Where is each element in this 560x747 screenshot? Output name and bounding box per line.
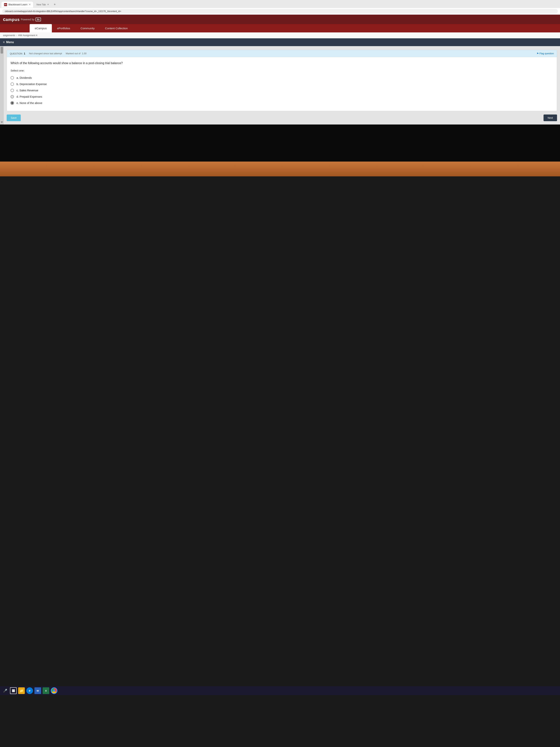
radio-d[interactable] (10, 95, 14, 98)
question-marks: Marked out of 1.00 (66, 52, 86, 55)
radio-e[interactable] (10, 101, 14, 105)
question-header: QUESTION 1 Not changed since last attemp… (7, 50, 557, 57)
nav-item-community[interactable]: Community (75, 24, 100, 32)
nav-item-ecampus[interactable]: eCampus (30, 24, 52, 32)
page-content: QUESTION 1 Not changed since last attemp… (4, 46, 560, 125)
chrome-icon-center (53, 690, 55, 692)
laptop-bezel (0, 161, 560, 176)
option-d[interactable]: d. Prepaid Expenses (10, 94, 553, 100)
hamburger-icon: ≡ (3, 41, 5, 44)
question-number-label: QUESTION 1 (10, 52, 25, 55)
nav-item-eportfolios[interactable]: ePortfolios (52, 24, 75, 32)
option-c-label: c. Sales Revenue (17, 89, 38, 92)
breadcrumb-current: HW Assignment 4 (18, 34, 37, 37)
menu-label: Menu (6, 41, 14, 44)
blackboard-header: campus Powered by Bb (0, 15, 560, 24)
save-button[interactable]: Save (7, 114, 21, 121)
add-tab-button[interactable]: + (52, 1, 57, 8)
tab-close-blackboard[interactable]: ✕ (29, 3, 31, 6)
taskbar-microphone[interactable]: 🎤 (2, 687, 8, 694)
tab-close-new[interactable]: ✕ (47, 3, 49, 6)
select-one-label: Select one: (10, 69, 553, 72)
scroll-thumb-top (1, 47, 3, 54)
breadcrumb: ssignments › HW Assignment 4 (0, 32, 560, 38)
option-e-label: e. None of the above (17, 101, 42, 104)
breadcrumb-parent[interactable]: ssignments (3, 34, 15, 37)
option-c[interactable]: c. Sales Revenue (10, 87, 553, 94)
main-navigation: eCampus ePortfolios Community Content Co… (0, 24, 560, 32)
menu-bar[interactable]: ≡ Menu (0, 38, 560, 46)
tab-label-blackboard: Blackboard Learn (8, 3, 27, 6)
taskbar-chrome[interactable] (51, 687, 57, 694)
flag-question-button[interactable]: ⚑ Flag question (537, 52, 554, 55)
question-text: Which of the following accounts would sh… (10, 61, 553, 66)
question-card: QUESTION 1 Not changed since last attemp… (7, 50, 557, 111)
content-wrapper: QUESTION 1 Not changed since last attemp… (0, 46, 560, 125)
bottom-bar: Save Next (7, 113, 557, 123)
bb-icon: Bb (35, 18, 41, 21)
dark-background-area (0, 125, 560, 161)
option-d-label: d. Prepaid Expenses (17, 95, 42, 98)
tab-bar: Bb Blackboard Learn ✕ New Tab ✕ + (0, 0, 560, 8)
taskbar-word[interactable]: W (34, 687, 41, 694)
url-input[interactable] (2, 9, 558, 14)
question-label: QUESTION (10, 52, 22, 55)
main-content: QUESTION 1 Not changed since last attemp… (4, 46, 560, 125)
address-bar (0, 8, 560, 15)
question-status: Not changed since last attempt (29, 52, 62, 55)
tab-new-tab[interactable]: New Tab ✕ (34, 2, 52, 7)
next-button[interactable]: Next (543, 114, 557, 121)
taskbar-window-view[interactable]: ⬜ (10, 687, 17, 694)
option-a[interactable]: a. Dividends (10, 75, 553, 81)
question-body: Which of the following accounts would sh… (7, 57, 557, 111)
logo-c: c (3, 17, 5, 22)
flag-icon: ⚑ (537, 52, 539, 55)
radio-b[interactable] (10, 82, 14, 86)
bb-logo: campus Powered by Bb (3, 17, 41, 22)
breadcrumb-separator: › (16, 34, 17, 37)
scroll-bar[interactable] (0, 46, 4, 125)
taskbar: 🎤 ⬜ 📁 e W X (0, 686, 560, 695)
radio-a[interactable] (10, 76, 14, 79)
logo-campus-text: campus (3, 17, 20, 22)
scroll-arrow-down[interactable] (1, 122, 3, 124)
taskbar-edge-browser[interactable]: e (26, 687, 33, 694)
nav-item-content-collection[interactable]: Content Collection (100, 24, 133, 32)
question-number: 1 (24, 52, 25, 55)
taskbar-excel[interactable]: X (43, 687, 49, 694)
radio-c[interactable] (10, 89, 14, 92)
powered-by-text: Powered by (21, 18, 34, 21)
tab-blackboard-learn[interactable]: Bb Blackboard Learn ✕ (1, 2, 33, 7)
tab-label-new: New Tab (36, 3, 46, 6)
option-a-label: a. Dividends (17, 76, 32, 79)
blackboard-favicon: Bb (4, 3, 7, 6)
logo-ampus: ampus (5, 17, 20, 22)
options-list: a. Dividends b. Depreciation Expense c. … (10, 75, 553, 109)
option-e[interactable]: e. None of the above (10, 100, 553, 106)
option-b[interactable]: b. Depreciation Expense (10, 81, 553, 87)
chrome-icon-inner (52, 688, 57, 693)
taskbar-file-explorer[interactable]: 📁 (18, 687, 25, 694)
browser-window: Bb Blackboard Learn ✕ New Tab ✕ + campus… (0, 0, 560, 125)
option-b-label: b. Depreciation Expense (17, 82, 47, 85)
